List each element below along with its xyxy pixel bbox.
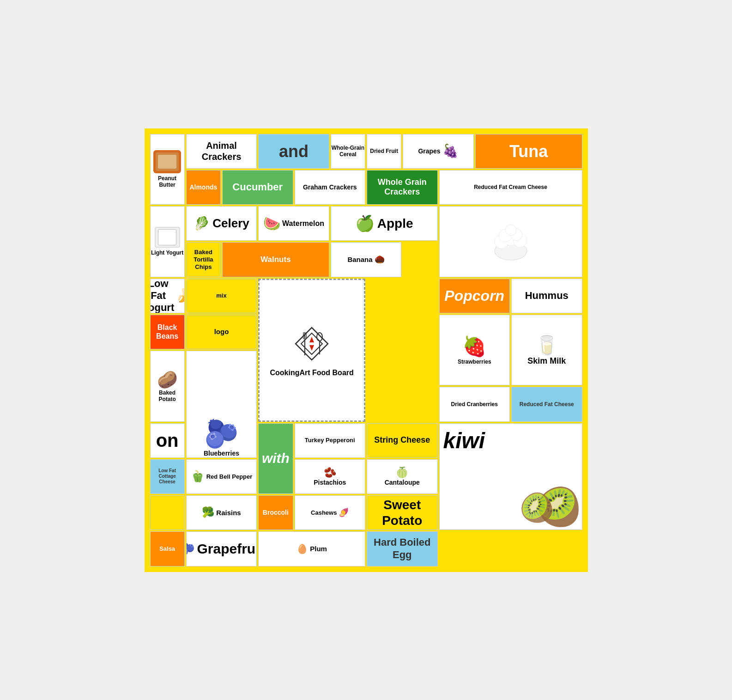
pistachios-label: Pistachios [314,479,346,487]
whole-grain-crackers-cell: Whole Grain Crackers [367,170,438,205]
animal-crackers-label: Animal Crackers [187,140,257,162]
string-cheese-cell: String Cheese [367,423,438,458]
light-yogurt-cell: Light Yogurt [150,206,185,277]
graham-crackers-cell: Graham Crackers [295,170,366,205]
red-bell-pepper-label: Red Bell Pepper [206,473,253,481]
grapes-cell: Grapes 🍇 [403,134,474,169]
svg-point-6 [505,225,516,236]
string-cheese-label: String Cheese [374,435,430,445]
with-label: with [262,450,290,467]
peanut-butter-cell: Peanut Butter [150,134,185,205]
dried-cranberries-label: Dried Cranberries [451,401,498,408]
hard-boiled-egg-label: Plum [310,545,327,553]
dried-fruit-label: Dried Fruit [370,148,398,154]
cucumber-label: Cucumber [232,181,283,193]
sweet-potato-label: Cashews [311,509,337,517]
sweet-potato-cell: Cashews 🍠 [295,495,366,530]
watermelon-cell: 🍉 Watermelon [258,206,329,241]
celery-label: Celery [212,216,249,231]
cantaloupe-label: Cantaloupe [385,479,420,487]
with-cell: with [258,423,293,494]
banana-cell: Low Fat Yogurt 🍌 [150,279,185,313]
peanuts-label: Baked Tortilla Chips [187,249,220,270]
almonds-cell: Almonds [186,170,221,205]
peanuts-cell: Baked Tortilla Chips [186,242,221,277]
cashews-label: Broccoli [263,509,289,517]
kiwi-area-cell: kiwi 🥝 🥝 [439,423,582,530]
low-fat-cottage-cheese-cell: Low Fat Cottage Cheese [150,459,185,494]
whole-grain-crackers-label: Whole Grain Crackers [367,177,437,197]
low-fat-yogurt-label: mix [216,292,226,299]
grapefruit-label: Salsa [159,545,175,553]
hard-boiled-egg-cell: 🥚 Plum [258,531,365,566]
strawberries-label: Strawberries [458,359,491,365]
skim-milk-cell: 🥛 Skim Milk [511,315,582,386]
almonds-label: Almonds [189,183,217,191]
baked-potato-label: Baked Potato [151,390,184,403]
combine-label: Hard Boiled Egg [367,536,437,561]
baked-tortilla-chips-label: Walnuts [260,255,290,264]
low-fat-cottage-cheese-label: Low Fat Cottage Cheese [151,468,184,485]
popcorn-img-cell [439,206,582,277]
grapes-label: Grapes [418,147,440,155]
food-board: Peanut Butter Animal Crackers and Whole-… [145,128,588,572]
broccoli-label: Raisins [216,509,241,517]
strawberries-cell: 🍓 Strawberries [439,315,510,386]
animal-crackers-cell: Animal Crackers [186,134,257,169]
on-label: on [156,429,179,451]
salsa-cell: Sweet Potato [367,495,438,530]
popcorn-label-text: Hummus [525,290,569,302]
logo-cell: CookingArt Food Board [258,279,365,422]
mix-cell: Popcorn [439,279,510,313]
light-yogurt-label: Light Yogurt [151,250,183,256]
svg-marker-7 [296,328,328,360]
blueberries-label: Blueberries [204,450,239,457]
broccoli-cell: 🥦 Raisins [186,495,257,530]
dried-fruit-cell: Dried Fruit [367,134,401,169]
celery-cell: 🥬 Celery [186,206,257,241]
svg-marker-16 [309,345,314,351]
reduced-fat-cheese-label: Reduced Fat Cheese [520,401,574,408]
black-beans-label: logo [214,328,229,336]
red-bell-pepper-cell: 🫑 Red Bell Pepper [186,459,257,494]
baked-potato-cell: 🥔 Baked Potato [150,351,185,422]
whole-grain-cereal-cell: Whole-Grain Cereal [331,134,365,169]
on-cell: on [150,423,185,458]
dried-cranberries-cell: Dried Cranberries [439,387,510,421]
plum-cell: 🫐 Grapefruit [186,531,257,566]
turkey-pepperoni-label: Turkey Pepperoni [305,437,355,444]
skim-milk-label: Skim Milk [527,356,566,366]
hummus-cell: Black Beans [150,315,185,349]
salsa-label: Sweet Potato [367,497,437,528]
kiwi-label: kiwi [443,427,485,454]
combine-cell: Hard Boiled Egg [367,531,438,566]
watermelon-label: Watermelon [282,219,324,228]
and-cell: and [258,134,329,169]
black-beans-cell: logo [186,315,257,349]
apple-label: Apple [377,216,413,231]
low-fat-yogurt-cell: mix [186,279,257,313]
raisins-cell [150,495,185,530]
graham-crackers-label: Graham Crackers [303,183,357,191]
blueberries-cell: 🫐 Blueberries [186,351,257,458]
turkey-pepperoni-cell: Turkey Pepperoni [295,423,366,458]
grapefruit-cell: Salsa [150,531,185,566]
pistachios-cell: 🫘 Pistachios [295,459,366,494]
svg-marker-15 [309,337,314,342]
tuna-label: Tuna [509,141,548,161]
reduced-fat-cream-cheese-label: Reduced Fat Cream Cheese [474,184,547,190]
tuna-cell: Tuna [475,134,582,169]
cooking-art-title: CookingArt Food Board [270,368,353,377]
and-label: and [279,141,309,161]
cooking-art-logo-svg [291,323,333,365]
whole-grain-cereal-label: Whole-Grain Cereal [331,145,365,158]
peanut-butter-label: Peanut Butter [151,175,184,189]
reduced-fat-cream-cheese-cell: Reduced Fat Cream Cheese [439,170,582,205]
apple-cell: 🍏 Apple [331,206,438,241]
cashews-cell: Broccoli [258,495,293,530]
mix-label: Popcorn [444,287,504,304]
cantaloupe-cell: 🍈 Cantaloupe [367,459,438,494]
hummus-label: Black Beans [151,323,184,341]
reduced-fat-cheese-cell: Reduced Fat Cheese [511,387,582,421]
popcorn-svg [488,221,534,262]
